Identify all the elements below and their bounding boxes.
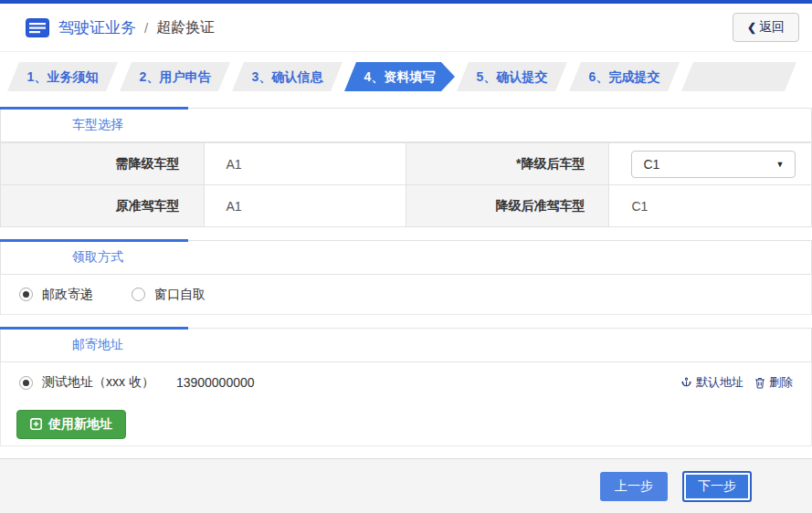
step-3-confirm-info[interactable]: 3、确认信息 — [232, 62, 343, 91]
address-phone: 13900000000 — [176, 375, 255, 390]
back-button[interactable]: ❮ 返回 — [733, 13, 799, 42]
use-new-address-button[interactable]: 使用新地址 — [16, 410, 126, 439]
plus-icon — [30, 418, 42, 430]
default-address-link[interactable]: 默认地址 — [680, 374, 743, 391]
previous-step-button[interactable]: 上一步 — [600, 472, 668, 501]
after-downgrade-class-value: C1 — [609, 185, 812, 227]
table-row: 原准驾车型 A1 降级后准驾车型 C1 — [1, 185, 812, 227]
vehicle-section-title: 车型选择 — [1, 109, 811, 141]
radio-postal-delivery[interactable] — [19, 288, 33, 301]
radio-counter-pickup[interactable] — [132, 288, 145, 301]
license-card-icon — [26, 18, 49, 37]
original-class-value: A1 — [204, 185, 406, 227]
table-row: 需降级车型 A1 *降级后车型 C1 ▼ — [1, 143, 812, 185]
chevron-left-icon: ❮ — [747, 21, 756, 34]
step-4-fill-info-active[interactable]: 4、资料填写 — [344, 62, 455, 91]
select-value: C1 — [643, 157, 775, 172]
downgrade-source-value: A1 — [204, 143, 406, 185]
delete-address-link[interactable]: 删除 — [754, 374, 793, 391]
next-step-button[interactable]: 下一步 — [682, 471, 752, 502]
breadcrumb-current: 超龄换证 — [156, 18, 215, 37]
vehicle-type-section: 车型选择 需降级车型 A1 *降级后车型 C1 ▼ 原准驾车型 A1 降级后准驾… — [0, 108, 812, 227]
vehicle-section-header: 车型选择 — [0, 108, 812, 142]
step-1-business-notice[interactable]: 1、业务须知 — [7, 62, 118, 91]
step-wizard: 1、业务须知 2、用户申告 3、确认信息 4、资料填写 5、确认提交 6、完成提… — [7, 62, 796, 91]
downgrade-target-select[interactable]: C1 ▼ — [631, 151, 796, 178]
new-address-row: 使用新地址 — [0, 403, 812, 446]
counter-pickup-label[interactable]: 窗口自取 — [154, 287, 206, 303]
address-section-header: 邮寄地址 — [0, 328, 812, 362]
original-class-label: 原准驾车型 — [1, 185, 205, 227]
address-section-title: 邮寄地址 — [1, 329, 811, 361]
step-6-complete-submit[interactable]: 6、完成提交 — [569, 62, 680, 91]
breadcrumb-separator: / — [144, 20, 148, 36]
after-downgrade-class-label: 降级后准驾车型 — [406, 185, 609, 227]
use-new-address-label: 使用新地址 — [48, 416, 112, 433]
anchor-icon — [680, 376, 692, 389]
footer-action-bar: 上一步 下一步 — [0, 458, 812, 513]
page-header: 驾驶证业务 / 超龄换证 ❮ 返回 — [0, 4, 812, 52]
downgrade-source-label: 需降级车型 — [1, 143, 205, 185]
step-5-confirm-submit[interactable]: 5、确认提交 — [457, 62, 567, 91]
trash-icon — [754, 377, 765, 389]
vehicle-type-table: 需降级车型 A1 *降级后车型 C1 ▼ 原准驾车型 A1 降级后准驾车型 C1 — [0, 142, 812, 227]
page-title: 驾驶证业务 — [58, 17, 136, 38]
chevron-down-icon: ▼ — [776, 160, 785, 169]
downgrade-target-label: *降级后车型 — [406, 143, 609, 185]
address-actions: 默认地址 删除 — [680, 374, 793, 391]
pickup-section-title: 领取方式 — [1, 241, 811, 273]
step-2-user-declaration[interactable]: 2、用户申告 — [120, 62, 230, 91]
postal-delivery-label[interactable]: 邮政寄递 — [42, 287, 93, 303]
address-list-item: 测试地址（xxx 收） 13900000000 默认地址 删除 — [0, 362, 812, 403]
delete-address-label: 删除 — [769, 374, 793, 391]
back-button-label: 返回 — [759, 19, 785, 36]
address-name: 测试地址（xxx 收） — [42, 374, 154, 391]
default-address-label: 默认地址 — [696, 374, 743, 391]
pickup-options-row: 邮政寄递 窗口自取 — [0, 275, 812, 315]
pickup-section-header: 领取方式 — [0, 240, 812, 275]
step-bar-filler — [681, 62, 796, 91]
radio-address-selected[interactable] — [19, 376, 33, 390]
pickup-method-section: 领取方式 邮政寄递 窗口自取 — [0, 240, 812, 315]
downgrade-target-cell: C1 ▼ — [609, 143, 812, 185]
mailing-address-section: 邮寄地址 测试地址（xxx 收） 13900000000 默认地址 删除 — [0, 328, 812, 446]
